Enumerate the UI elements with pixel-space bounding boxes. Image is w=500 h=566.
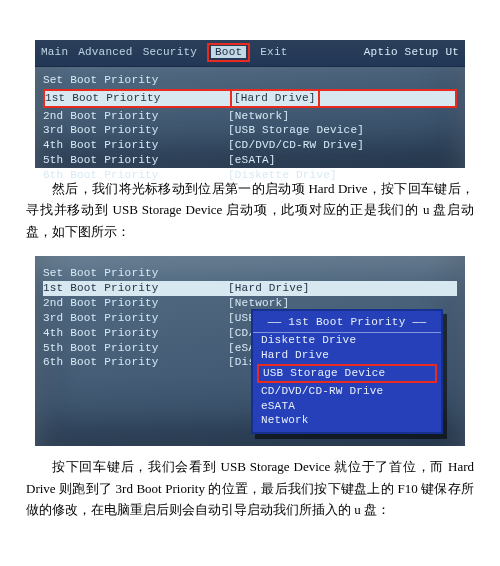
menu-boot-highlight: Boot [207,43,250,62]
boot-priority-popup: —— 1st Boot Priority —— Diskette Drive H… [251,309,443,434]
row-4: 4th Boot Priority [CD/DVD/CD-RW Drive] [43,138,457,153]
row-6: 6th Boot Priority [Diskette Drive] [43,168,457,183]
row-1-left: 1st Boot Priority [45,91,230,106]
bios-screenshot-1: Main Advanced Security Boot Exit Aptio S… [35,40,465,168]
bios-brand: Aptio Setup Ut [364,45,459,60]
row-5: 5th Boot Priority [eSATA] [43,153,457,168]
row-3: 3rd Boot Priority [USB Storage Device] [43,123,457,138]
section-title-row: Set Boot Priority [43,73,457,88]
section-title-2: Set Boot Priority [43,266,228,281]
popup-item-usb-highlight: USB Storage Device [257,364,437,383]
menu-security: Security [143,45,197,60]
menu-advanced: Advanced [78,45,132,60]
paragraph-2: 按下回车键后，我们会看到 USB Storage Device 就位于了首位，而… [26,456,474,520]
bios-screenshot-2: Set Boot Priority 1st Boot Priority [Har… [35,256,465,446]
bios-menubar: Main Advanced Security Boot Exit Aptio S… [35,40,465,67]
menu-exit: Exit [260,45,287,60]
popup-item-network: Network [253,413,441,428]
popup-item-diskette: Diskette Drive [253,333,441,348]
popup-item-hard-drive: Hard Drive [253,348,441,363]
menu-boot: Boot [211,46,246,58]
popup-item-cd-dvd: CD/DVD/CD-RW Drive [253,384,441,399]
popup-title: —— 1st Boot Priority —— [253,313,441,333]
popup-item-esata: eSATA [253,399,441,414]
section-title: Set Boot Priority [43,73,228,88]
row-2: 2nd Boot Priority [Network] [43,109,457,124]
menu-main: Main [41,45,68,60]
row-1-right: [Hard Drive] [230,89,320,108]
row2-1: 1st Boot Priority [Hard Drive] [43,281,457,296]
row-1st-highlight: 1st Boot Priority [Hard Drive] [43,89,457,108]
section-title-row-2: Set Boot Priority [43,266,457,281]
